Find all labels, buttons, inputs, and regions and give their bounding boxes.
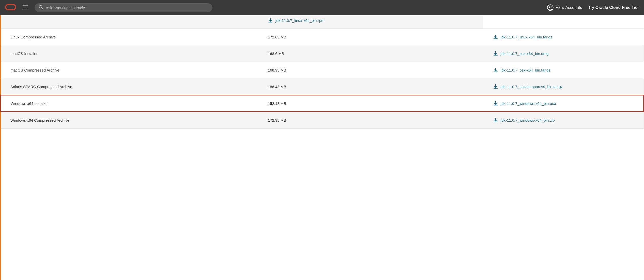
svg-rect-16	[494, 88, 498, 89]
svg-rect-18	[494, 105, 498, 105]
hamburger-icon[interactable]	[20, 3, 30, 12]
svg-rect-14	[494, 72, 498, 72]
row-download-cell[interactable]: jdk-11.0.7_windows-x64_bin.zip	[483, 112, 644, 129]
download-icon	[493, 118, 498, 123]
download-link[interactable]: jdk-11.0.7_windows-x64_bin.zip	[493, 118, 634, 123]
row-size-cell: 172.35 MB	[258, 112, 483, 129]
oracle-logo[interactable]	[5, 3, 16, 12]
row-name-cell: Windows x64 Installer	[0, 95, 258, 112]
main-content: jdk-11.0.7_linux-x64_bin.rpm Linux Compr…	[0, 15, 644, 129]
download-icon	[493, 34, 498, 39]
row-download-cell[interactable]: jdk-11.0.7_windows-x64_bin.exe	[483, 95, 644, 112]
table-row: Linux Compressed Archive172.63 MB jdk-11…	[0, 29, 644, 45]
row-size-cell: 172.63 MB	[258, 29, 483, 45]
svg-point-7	[549, 6, 551, 8]
table-row: macOS Installer168.6 MB jdk-11.0.7_osx-x…	[0, 45, 644, 62]
filename-label: jdk-11.0.7_solaris-sparcv9_bin.tar.gz	[501, 85, 563, 89]
table-row: Windows x64 Installer152.18 MB jdk-11.0.…	[0, 95, 644, 112]
table-row: jdk-11.0.7_linux-x64_bin.rpm	[0, 15, 644, 29]
row-download-cell[interactable]: jdk-11.0.7_osx-x64_bin.tar.gz	[483, 62, 644, 78]
download-link[interactable]: jdk-11.0.7_windows-x64_bin.exe	[493, 101, 633, 106]
row-download-cell[interactable]: jdk-11.0.7_linux-x64_bin.tar.gz	[483, 29, 644, 45]
filename-label: jdk-11.0.7_windows-x64_bin.exe	[501, 101, 556, 106]
filename-label: jdk-11.0.7_linux-x64_bin.tar.gz	[501, 35, 552, 39]
svg-rect-0	[6, 5, 16, 10]
row-download-cell[interactable]: jdk-11.0.7_linux-x64_bin.rpm	[258, 15, 483, 29]
download-link[interactable]: jdk-11.0.7_osx-x64_bin.tar.gz	[493, 67, 634, 73]
row-download-cell[interactable]: jdk-11.0.7_solaris-sparcv9_bin.tar.gz	[483, 78, 644, 95]
row-name-cell: macOS Installer	[0, 45, 258, 62]
svg-rect-8	[268, 22, 272, 22]
try-oracle-button[interactable]: Try Oracle Cloud Free Tier	[588, 5, 639, 10]
row-size-cell: 186.43 MB	[258, 78, 483, 95]
download-link[interactable]: jdk-11.0.7_solaris-sparcv9_bin.tar.gz	[493, 84, 634, 89]
table-row: macOS Compressed Archive168.93 MB jdk-11…	[0, 62, 644, 78]
download-icon	[493, 67, 498, 73]
download-icon	[268, 18, 273, 23]
nav-right: View Accounts Try Oracle Cloud Free Tier	[547, 4, 639, 11]
download-table: jdk-11.0.7_linux-x64_bin.rpm Linux Compr…	[0, 15, 644, 129]
search-bar	[35, 3, 212, 12]
svg-rect-3	[22, 9, 28, 9]
filename-label: jdk-11.0.7_windows-x64_bin.zip	[501, 118, 555, 122]
download-link[interactable]: jdk-11.0.7_linux-x64_bin.rpm	[268, 18, 473, 23]
download-link[interactable]: jdk-11.0.7_linux-x64_bin.tar.gz	[493, 34, 634, 39]
row-name-cell: Linux Compressed Archive	[0, 29, 258, 45]
svg-rect-12	[494, 55, 498, 55]
row-download-cell[interactable]: jdk-11.0.7_osx-x64_bin.dmg	[483, 45, 644, 62]
row-name-cell: Windows x64 Compressed Archive	[0, 112, 258, 129]
svg-rect-2	[22, 7, 28, 8]
row-name-cell: Solaris SPARC Compressed Archive	[0, 78, 258, 95]
download-link[interactable]: jdk-11.0.7_osx-x64_bin.dmg	[493, 51, 634, 56]
svg-rect-10	[494, 38, 498, 39]
svg-rect-20	[494, 122, 498, 122]
svg-line-5	[42, 8, 43, 9]
filename-label: jdk-11.0.7_osx-x64_bin.dmg	[501, 51, 548, 56]
search-input[interactable]	[46, 6, 208, 10]
view-accounts-button[interactable]: View Accounts	[547, 4, 582, 11]
download-icon	[493, 51, 498, 56]
navbar: View Accounts Try Oracle Cloud Free Tier	[0, 0, 644, 15]
search-icon	[39, 5, 43, 10]
table-row: Solaris SPARC Compressed Archive186.43 M…	[0, 78, 644, 95]
row-size-cell: 168.6 MB	[258, 45, 483, 62]
row-name-cell	[0, 15, 258, 29]
download-icon	[493, 84, 498, 89]
filename-label: jdk-11.0.7_linux-x64_bin.rpm	[275, 18, 325, 23]
table-row: Windows x64 Compressed Archive172.35 MB …	[0, 112, 644, 129]
filename-label: jdk-11.0.7_osx-x64_bin.tar.gz	[501, 68, 550, 72]
view-accounts-label: View Accounts	[556, 5, 582, 10]
row-name-cell: macOS Compressed Archive	[0, 62, 258, 78]
download-icon	[493, 101, 498, 106]
svg-rect-1	[22, 5, 28, 6]
row-size-cell: 168.93 MB	[258, 62, 483, 78]
row-size-cell: 152.18 MB	[258, 95, 483, 112]
